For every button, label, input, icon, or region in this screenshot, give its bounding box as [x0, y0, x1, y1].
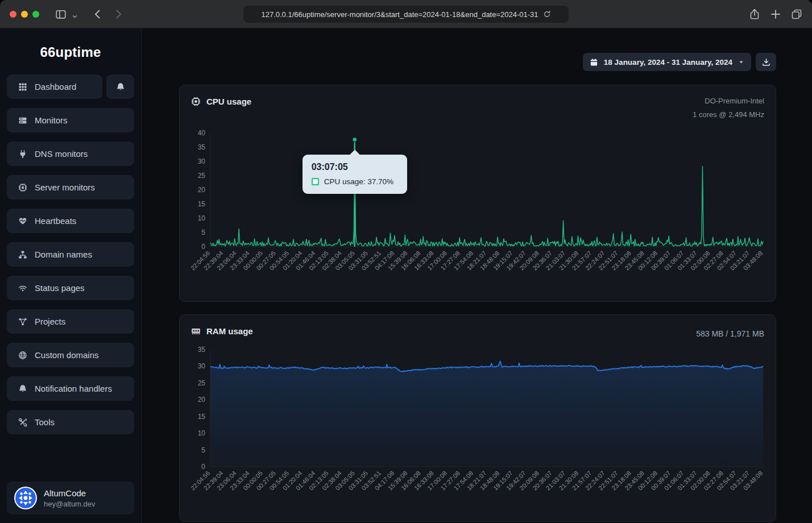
- svg-text:15: 15: [198, 200, 206, 208]
- ram-chart[interactable]: 0510152025303522:04:5622:39:0423:06:0423…: [191, 345, 764, 513]
- server-cores: 1 cores @ 2,494 MHz: [693, 108, 764, 122]
- nav-row: Heartbeats: [7, 209, 134, 233]
- sidebar-item-label: Notification handlers: [35, 384, 112, 393]
- sidebar-item-label: Projects: [35, 317, 65, 326]
- date-range-picker[interactable]: 18 January, 2024 - 31 January, 2024: [583, 53, 751, 71]
- nav-row: Domain names: [7, 242, 134, 267]
- svg-text:35: 35: [198, 143, 206, 151]
- svg-text:25: 25: [198, 172, 206, 180]
- sidebar-item-notification-handlers[interactable]: Notification handlers: [7, 376, 134, 401]
- nav-row: Tools: [7, 410, 134, 434]
- wifi-icon: [18, 284, 27, 293]
- sidebar-item-label: Heartbeats: [35, 216, 76, 226]
- sidebar-item-tools[interactable]: Tools: [7, 410, 134, 434]
- nav-row: Monitors: [7, 108, 134, 132]
- fullscreen-window-button[interactable]: [32, 11, 39, 18]
- sidebar-item-domain-names[interactable]: Domain names: [7, 242, 134, 267]
- nav-row: Notification handlers: [7, 376, 134, 401]
- sidebar-item-label: Tools: [35, 417, 55, 427]
- sidebar-item-label: Server monitors: [35, 182, 95, 192]
- sidebar-item-label: Status pages: [35, 283, 85, 293]
- chart-tooltip: 03:07:05 CPU usage: 37.70%: [303, 155, 407, 194]
- svg-text:25: 25: [198, 379, 206, 387]
- sitemap-icon: [18, 250, 27, 259]
- browser-chrome: 127.0.0.1/66uptime/server-monitor/3&star…: [0, 0, 812, 28]
- tools-icon: [18, 418, 27, 427]
- cpu-chart[interactable]: 051015202530354022:04:5622:39:0423:06:04…: [191, 125, 764, 293]
- ram-used-total: 583 MB / 1,971 MB: [696, 327, 764, 342]
- main-content: 18 January, 2024 - 31 January, 2024: [142, 28, 812, 523]
- download-icon: [762, 58, 770, 67]
- sidebar-item-monitors[interactable]: Monitors: [7, 108, 134, 132]
- tooltip-time: 03:07:05: [312, 162, 398, 172]
- cpu-usage-card: CPU usage DO-Premium-Intel 1 cores @ 2,4…: [179, 85, 776, 302]
- svg-text:0: 0: [201, 463, 205, 471]
- window-controls: [10, 11, 39, 18]
- svg-text:5: 5: [201, 229, 205, 236]
- svg-text:20: 20: [198, 396, 206, 404]
- bell-icon: [116, 82, 125, 92]
- svg-text:40: 40: [198, 129, 206, 137]
- caret-down-icon: [738, 59, 744, 65]
- nav-row: Server monitors: [7, 175, 134, 200]
- ram-meta: 583 MB / 1,971 MB: [696, 324, 764, 342]
- sidebar-item-custom-domains[interactable]: Custom domains: [7, 343, 134, 367]
- sidebar-item-label: Monitors: [35, 115, 68, 125]
- account-name: AltumCode: [44, 488, 96, 498]
- ram-chart-svg: 0510152025303522:04:5622:39:0423:06:0423…: [191, 345, 765, 513]
- svg-text:20: 20: [198, 186, 206, 194]
- new-tab-icon[interactable]: [770, 9, 781, 20]
- cpu-chart-svg: 051015202530354022:04:5622:39:0423:06:04…: [191, 125, 765, 293]
- chevron-down-icon[interactable]: [71, 11, 78, 22]
- svg-text:30: 30: [198, 157, 206, 165]
- sidebar-item-heartbeats[interactable]: Heartbeats: [7, 209, 134, 233]
- sidebar-item-dashboard[interactable]: Dashboard: [7, 74, 102, 99]
- notifications-button[interactable]: [106, 74, 134, 99]
- memory-icon: [191, 326, 201, 336]
- sidebar-item-projects[interactable]: Projects: [7, 309, 134, 334]
- url-text: 127.0.0.1/66uptime/server-monitor/3&star…: [261, 10, 538, 19]
- nav-row: DNS monitors: [7, 142, 134, 166]
- account-card[interactable]: AltumCode hey@altum.dev: [7, 482, 134, 514]
- sidebar-nav: DashboardMonitorsDNS monitorsServer moni…: [7, 74, 134, 434]
- brand-logo: 66uptime: [7, 44, 134, 60]
- sidebar: 66uptime DashboardMonitorsDNS monitorsSe…: [0, 28, 142, 523]
- close-window-button[interactable]: [10, 11, 16, 18]
- sidebar-item-dns-monitors[interactable]: DNS monitors: [7, 142, 134, 166]
- sidebar-item-label: Custom domains: [35, 350, 99, 360]
- sidebar-toggle-icon[interactable]: [55, 9, 67, 20]
- altumcode-logo: [14, 487, 37, 509]
- minimize-window-button[interactable]: [21, 11, 28, 18]
- svg-text:5: 5: [201, 446, 205, 454]
- nodes-icon: [18, 317, 27, 326]
- sidebar-item-label: Dashboard: [35, 82, 76, 92]
- ram-usage-card: RAM usage 583 MB / 1,971 MB 051015202530…: [179, 314, 776, 522]
- account-email: hey@altum.dev: [44, 500, 96, 508]
- grid-icon: [18, 82, 27, 92]
- cpu-icon: [18, 183, 27, 192]
- topbar: 18 January, 2024 - 31 January, 2024: [179, 53, 776, 71]
- bell-icon: [18, 384, 27, 393]
- svg-text:0: 0: [201, 243, 205, 251]
- export-button[interactable]: [756, 53, 776, 71]
- tabs-overview-icon[interactable]: [791, 9, 802, 20]
- sidebar-item-status-pages[interactable]: Status pages: [7, 276, 134, 300]
- server-meta: DO-Premium-Intel 1 cores @ 2,494 MHz: [693, 94, 764, 122]
- share-icon[interactable]: [749, 9, 760, 20]
- tooltip-series-swatch: [312, 178, 319, 185]
- chart-title: RAM usage: [206, 326, 253, 336]
- plug-icon: [18, 150, 27, 159]
- svg-text:30: 30: [198, 362, 206, 370]
- nav-row: Status pages: [7, 276, 134, 300]
- forward-icon[interactable]: [113, 9, 124, 20]
- address-bar[interactable]: 127.0.0.1/66uptime/server-monitor/3&star…: [243, 6, 569, 23]
- sidebar-item-server-monitors[interactable]: Server monitors: [7, 175, 134, 200]
- heartbeat-icon: [18, 217, 27, 226]
- nav-row: Projects: [7, 309, 134, 334]
- nav-row: Dashboard: [7, 74, 134, 99]
- globe-icon: [18, 351, 27, 360]
- server-icon: [18, 116, 27, 125]
- reload-icon[interactable]: [543, 10, 551, 18]
- cpu-icon: [191, 97, 201, 106]
- back-icon[interactable]: [92, 9, 103, 20]
